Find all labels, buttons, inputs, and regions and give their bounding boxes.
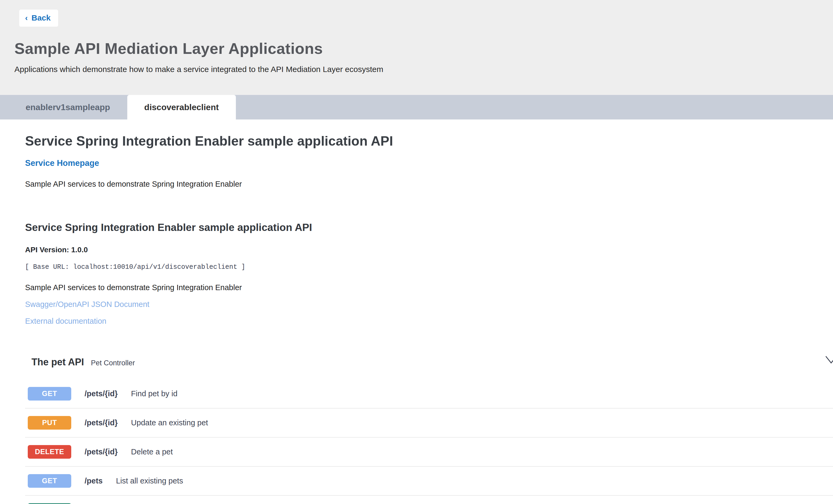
- operation-path: /pets/{id}: [85, 389, 118, 398]
- operation-path: /pets/{id}: [85, 419, 118, 427]
- apidoc-description: Sample API services to demonstrate Sprin…: [25, 283, 833, 292]
- method-badge: GET: [28, 474, 71, 488]
- back-button-label: Back: [31, 13, 51, 22]
- pet-api-header: The pet API Pet Controller: [31, 356, 833, 368]
- service-description: Sample API services to demonstrate Sprin…: [25, 180, 833, 188]
- tab-discoverableclient[interactable]: discoverableclient: [127, 95, 236, 120]
- base-url: [ Base URL: localhost:10010/api/v1/disco…: [25, 263, 833, 271]
- operation-summary: Delete a pet: [131, 448, 173, 456]
- app-header: ‹ Back Sample API Mediation Layer Applic…: [0, 0, 833, 95]
- operation-summary: Find pet by id: [131, 389, 177, 398]
- api-version: API Version: 1.0.0: [25, 246, 833, 254]
- pet-api-section: The pet API Pet Controller GET /pets/{id…: [25, 356, 833, 504]
- operation-list: GET /pets/{id} Find pet by id PUT /pets/…: [25, 379, 833, 504]
- operation-summary: List all existing pets: [116, 477, 183, 485]
- service-homepage-link[interactable]: Service Homepage: [25, 158, 99, 168]
- service-tab-bar: enablerv1sampleapp discoverableclient: [0, 95, 833, 120]
- service-title: Service Spring Integration Enabler sampl…: [25, 133, 833, 149]
- method-badge: DELETE: [28, 445, 71, 459]
- swagger-json-link[interactable]: Swagger/OpenAPI JSON Document: [25, 300, 833, 309]
- pet-api-subtitle: Pet Controller: [91, 359, 135, 367]
- main-content: Service Spring Integration Enabler sampl…: [0, 120, 833, 504]
- operation-path: /pets: [85, 477, 103, 485]
- back-button[interactable]: ‹ Back: [19, 9, 58, 27]
- api-operation-row[interactable]: GET /pets List all existing pets: [25, 467, 833, 496]
- operation-path: /pets/{id}: [85, 448, 118, 456]
- api-operation-row[interactable]: GET /pets/{id} Find pet by id: [25, 379, 833, 408]
- apidoc-title: Service Spring Integration Enabler sampl…: [25, 222, 833, 233]
- api-operation-row[interactable]: PUT /pets/{id} Update an existing pet: [25, 408, 833, 437]
- pet-api-title: The pet API: [31, 356, 84, 368]
- tab-enablerv1sampleapp[interactable]: enablerv1sampleapp: [8, 95, 127, 120]
- chevron-down-icon[interactable]: [825, 355, 833, 365]
- page-title: Sample API Mediation Layer Applications: [15, 40, 833, 57]
- api-operation-row[interactable]: DELETE /pets/{id} Delete a pet: [25, 437, 833, 467]
- method-badge: GET: [28, 387, 71, 401]
- back-chevron-icon: ‹: [25, 14, 28, 22]
- page-subtitle: Applications which demonstrate how to ma…: [15, 65, 833, 74]
- operation-summary: Update an existing pet: [131, 419, 208, 427]
- method-badge: PUT: [28, 416, 71, 430]
- api-operation-row[interactable]: POST /pets Add a new pet: [25, 496, 833, 504]
- external-docs-link[interactable]: External documentation: [25, 317, 833, 326]
